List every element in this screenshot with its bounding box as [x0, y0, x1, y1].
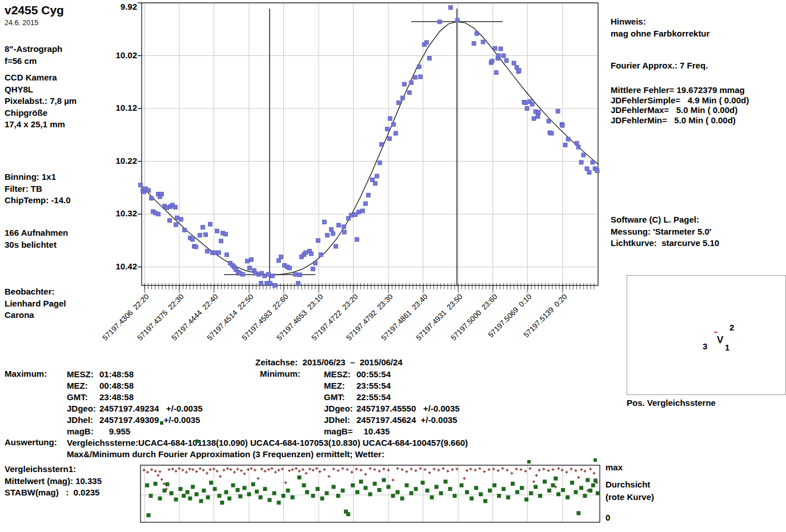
extremum-row: JDhel:2457197.45624 +/-0.0035 [324, 414, 460, 426]
y-tick-label: 10.32 [102, 208, 137, 218]
sub-axis-zero-label: 0 [605, 513, 610, 522]
extremum-row: magB: 9.955 [67, 426, 203, 437]
extremum-row: MESZ:00:55:54 [324, 369, 460, 380]
maximum-values: MESZ:01:48:58MEZ:00:48:58GMT:23:48:58JDg… [67, 369, 203, 437]
stray-dot [195, 440, 199, 443]
y-tick-label: 9.92 [102, 2, 137, 11]
maximum-label: Maximum: [5, 369, 47, 378]
main-light-curve-chart [138, 3, 599, 293]
auswertung-text: Vergleichssterne:UCAC4-684-101138(10.090… [67, 437, 468, 460]
comparison-star-label: 2 [729, 323, 734, 332]
pos-box-caption: Pos. Vergleichssterne [627, 398, 716, 408]
fourier-fit-curve [142, 22, 598, 275]
sub-axis-max-label: max [605, 462, 623, 472]
frames-info: 166 Aufnahmen 30s belichtet [5, 227, 68, 251]
stray-dot [527, 460, 531, 464]
observation-date: 24.6. 2015 [5, 19, 38, 27]
stray-dot [160, 421, 163, 425]
observer-info: Beobachter: Lienhard Pagel Carona [5, 286, 66, 321]
vergleichsstern-stats: Vergleichsstern1: Mittelwert (mag): 10.3… [5, 464, 102, 499]
extremum-row: GMT:22:55:54 [324, 392, 460, 403]
extremum-row: MESZ:01:48:58 [67, 369, 203, 380]
y-tick-label: 10.22 [102, 156, 137, 166]
durchsicht-chart [141, 465, 600, 522]
zeitachse-caption: Zeitachse: 2015/06/23 – 2015/06/24 [255, 357, 403, 367]
extremum-row: JDgeo:2457197.45550 +/-0.0035 [324, 403, 460, 414]
stray-dot [593, 458, 597, 462]
variable-star-mark [714, 332, 717, 333]
minimum-values: MESZ:00:55:54MEZ:23:55:54GMT:22:55:54JDg… [324, 369, 460, 437]
comparison-star-label: 1 [725, 342, 729, 352]
variable-star-label: V [717, 334, 723, 346]
y-tick-label: 10.12 [102, 103, 137, 112]
extremum-row: JDgeo:2457197.49234 +/-0.0035 [67, 403, 203, 414]
comparison-star-map: 2V13 [627, 275, 786, 395]
extremum-row: GMT:23:48:58 [67, 392, 203, 403]
extremum-row: MEZ:23:55:54 [324, 380, 460, 392]
hinweis-note: Hinweis: mag ohne Farbkorrektur [611, 16, 709, 39]
page-title: v2455 Cyg [5, 3, 64, 17]
zeitachse-range [298, 357, 302, 367]
extremum-row: magB= 10.435 [324, 426, 460, 437]
y-tick-label: 10.02 [102, 50, 137, 60]
starcurve-report-window: { "header": { "title": "v2455 Cyg", "dat… [0, 0, 786, 532]
software-credits: Software (C) L. Pagel: Messung: 'Starmet… [611, 214, 719, 249]
sub-legend-durchsicht: Durchsicht (rote Kurve) [605, 478, 654, 503]
error-stats: Mittlere Fehler= 19.672379 mmag JDFehler… [611, 85, 749, 125]
auswertung-label: Auswertung: [5, 437, 57, 447]
camera-info: CCD Kamera QHY8L Pixelabst.: 7,8 µm Chip… [5, 72, 77, 131]
telescope-info: 8"-Astrograph f=56 cm [5, 43, 62, 67]
capture-settings: Binning: 1x1 Filter: TB ChipTemp: -14.0 [5, 171, 71, 207]
y-tick-label: 10.42 [102, 261, 137, 271]
minimum-label: Minimum: [260, 369, 300, 378]
comparison-star-label: 3 [703, 341, 707, 351]
extremum-row: MEZ:00:48:58 [67, 380, 203, 392]
fourier-approx: Fourier Approx.: 7 Freq. [611, 60, 708, 72]
extremum-row: JDhel:2457197.49309 +/-0.0035 [67, 414, 203, 426]
